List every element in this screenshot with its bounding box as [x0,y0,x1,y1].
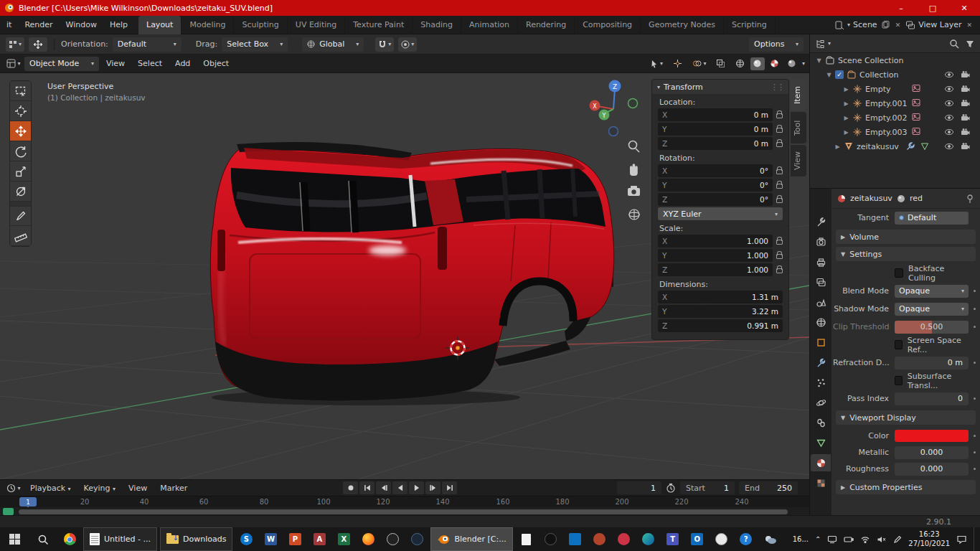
workspace-tab-shading[interactable]: Shading [413,16,461,34]
view-layer-name[interactable]: View Layer [918,20,961,29]
hide-eye-icon[interactable] [944,127,954,137]
show-desktop-button[interactable] [974,527,977,551]
disable-render-camera-icon[interactable] [960,127,970,137]
active-tool-move-icon[interactable] [29,37,47,52]
workspace-tab-animation[interactable]: Animation [461,16,518,34]
screen-space-refraction-checkbox[interactable] [895,340,903,349]
orientation-dropdown[interactable]: Default▾ [113,37,182,52]
scene-name[interactable]: Scene [853,20,877,29]
notepad-window-button[interactable]: Untitled - ... [83,527,157,551]
viewport-3d[interactable]: Z X Y User Perspective (1) Collectio [0,73,809,479]
section-custom-properties[interactable]: ▶Custom Properties [836,480,976,494]
steam-icon[interactable] [405,527,429,551]
pin-icon[interactable] [965,194,975,204]
workspace-tab-compositing[interactable]: Compositing [575,16,641,34]
shading-wireframe-icon[interactable] [733,57,748,70]
timeline-scrollbar-thumb[interactable] [19,509,788,514]
skype-icon[interactable]: S [234,527,258,551]
section-settings[interactable]: ▼Settings [836,247,976,261]
refraction-depth-field[interactable]: 0 m [895,357,969,369]
tool-measure[interactable] [10,226,31,246]
lock-icon[interactable] [776,184,783,189]
rotation-x-field[interactable]: X0° [658,164,773,177]
properties-tab-world[interactable] [811,314,831,331]
tool-settings-editor-icon[interactable]: ▾ [6,37,24,52]
workspace-tab-modeling[interactable]: Modeling [182,16,234,34]
powerpoint-icon[interactable]: P [283,527,307,551]
access-icon[interactable]: A [307,527,331,551]
rotation-mode-dropdown[interactable]: XYZ Euler▾ [658,207,783,220]
animate-dot-icon[interactable] [974,290,976,292]
viewport-menu-view[interactable]: View [100,59,131,68]
outliner-row-collection[interactable]: ▼ ✓ Collection [810,67,980,82]
lock-icon[interactable] [776,169,783,174]
transform-pivot-dropdown[interactable]: Global▾ [302,37,364,52]
animate-dot-icon[interactable] [974,362,976,364]
menu-help[interactable]: Help [103,16,134,34]
rotation-z-field[interactable]: Z0° [658,193,773,206]
properties-tab-material[interactable] [811,454,831,471]
shadow-mode-dropdown[interactable]: Opaque▾ [895,303,969,316]
lock-icon[interactable] [776,113,783,118]
jump-to-start-icon[interactable] [359,481,374,494]
maximize-button[interactable]: □ [917,0,948,16]
hide-eye-icon[interactable] [944,84,954,94]
image-data-icon[interactable] [911,112,921,122]
tool-annotate[interactable] [10,206,31,226]
word-icon[interactable]: W [258,527,283,551]
subsurface-translucency-checkbox[interactable] [895,376,903,385]
gizmo-axis-neg-y[interactable] [628,99,638,108]
properties-tab-particles[interactable] [811,374,831,391]
display-tray-icon[interactable] [827,535,837,544]
expand-icon[interactable]: ▼ [826,72,832,78]
new-scene-icon[interactable] [880,20,890,30]
outliner-mode-chevron-icon[interactable]: ▾ [828,40,831,47]
disable-render-camera-icon[interactable] [960,84,970,94]
panel-grip-icon[interactable]: ⋮⋮ [771,83,783,92]
hidden-icons-chevron-icon[interactable]: ⌃ [815,535,821,543]
animate-dot-icon[interactable] [974,397,976,400]
dimensions-x-field[interactable]: X1.31 m [658,291,783,303]
weather-icon[interactable] [758,527,783,551]
tool-move[interactable] [10,121,31,141]
expand-icon[interactable]: ▼ [816,57,822,64]
expand-icon[interactable]: ▶ [834,143,841,150]
roughness-field[interactable]: 0.000 [895,463,969,476]
proportional-editing-icon[interactable]: ▾ [398,37,417,52]
gizmos-toggle-icon[interactable] [669,57,687,71]
drag-dropdown[interactable]: Select Box▾ [222,37,288,52]
taskbar-clock[interactable]: 16:23 27/10/2021 [908,530,950,548]
tangent-dropdown[interactable]: Default [895,212,969,225]
chrome-icon[interactable] [57,527,82,551]
pan-hand-icon[interactable] [630,164,638,176]
location-y-field[interactable]: Y0 m [658,123,773,136]
battery-tray-icon[interactable] [844,535,854,544]
animate-dot-icon[interactable] [974,326,976,328]
opera-icon[interactable] [612,527,636,551]
tool-rotate[interactable] [10,141,31,161]
properties-tab-constraints[interactable] [811,414,831,431]
outliner-editor-icon[interactable] [815,39,825,49]
workspace-tab-rendering[interactable]: Rendering [518,16,575,34]
navigation-gizmo[interactable]: Z X Y [590,80,638,136]
lock-icon[interactable] [776,142,783,147]
workspace-tab-geometry-nodes[interactable]: Geometry Nodes [641,16,724,34]
expand-icon[interactable]: ▶ [843,100,849,107]
pass-index-field[interactable]: 0 [895,392,969,405]
current-frame-field[interactable]: 1 [617,481,661,494]
filter-icon[interactable] [965,39,975,49]
help-icon[interactable]: ? [734,527,758,551]
expand-icon[interactable]: ▶ [843,115,849,121]
dimensions-y-field[interactable]: Y3.22 m [658,305,783,318]
lock-icon[interactable] [776,254,783,259]
properties-tab-modifiers[interactable] [811,354,831,371]
edge-icon[interactable] [636,527,661,551]
tool-scale[interactable] [10,161,31,182]
animate-dot-icon[interactable] [974,308,976,310]
image-data-icon[interactable] [911,83,921,93]
menu-window[interactable]: Window [60,16,103,34]
workspace-tab-sculpting[interactable]: Sculpting [234,16,287,34]
outliner-row-empty-001[interactable]: ▶ Empty.001 [810,96,980,110]
expand-icon[interactable]: ▶ [843,129,849,136]
select-visibility-icon[interactable]: ▾ [647,57,666,71]
